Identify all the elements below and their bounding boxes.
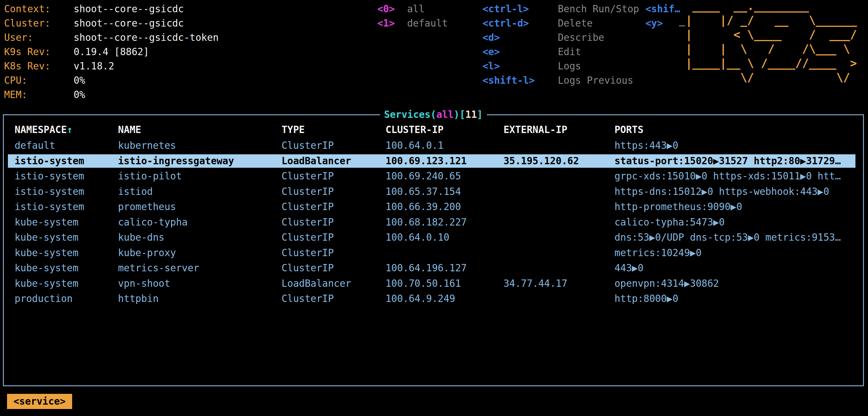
table-header: NAMESPACE↑ NAME TYPE CLUSTER-IP EXTERNAL… [4,123,863,137]
cell-type: ClusterIP [282,261,334,276]
cluster-info-value: 0% [73,89,85,100]
hotkey-key: <d> [483,30,558,45]
cell-name: istiod [118,184,153,200]
column-header-name: NAME [118,123,141,137]
cluster-info-label: K9s Rev: [4,45,73,59]
cell-ports: status-port:15020▶31527 http2:80▶31729… [615,153,860,169]
action-hotkey[interactable]: <ctrl-l>Bench Run/Stop [483,2,639,16]
cluster-info-value: v1.18.2 [73,60,114,72]
cluster-info-row: MEM:0% [4,88,219,102]
action-hotkey[interactable]: <shift-l>Logs Previous [483,73,639,88]
cell-ports: http-prometheus:9090▶0 [615,199,860,215]
service-row[interactable]: istio-system istiod ClusterIP 100.65.37.… [4,184,863,200]
hotkey-key: <0> [377,2,407,16]
cluster-info-value: 0.19.4 [8862] [73,46,149,58]
hotkey-key: <ctrl-d> [483,16,558,30]
column-header-type: TYPE [282,123,305,137]
hotkey-label: Bench Run/Stop [558,3,639,14]
hotkey-label: default [407,18,448,29]
cluster-info-label: CPU: [4,73,73,88]
cell-name: istio-ingressgateway [118,153,234,169]
cluster-info-row: K9s Rev:0.19.4 [8862] [4,45,219,59]
table-body: default kubernetes ClusterIP 100.64.0.1 … [4,138,863,307]
cell-namespace: istio-system [14,184,84,200]
table-title: Services(all)[11] [380,107,487,122]
action-hotkey[interactable]: <e>Edit [483,45,639,59]
cluster-info-row: CPU:0% [4,73,219,88]
cell-ports: https-dns:15012▶0 https-webhook:443▶0 [615,184,860,200]
hotkey-label: Logs Previous [558,75,633,86]
cell-cluster-ip: 100.65.37.154 [385,184,461,200]
cell-ports: calico-typha:5473▶0 [615,215,860,230]
service-row[interactable]: kube-system metrics-server ClusterIP 100… [4,261,863,276]
title-count: 11 [465,109,477,120]
cell-cluster-ip: 100.64.9.249 [385,291,455,307]
cluster-info-value: 0% [73,75,85,86]
k9s-logo: ____ __.________ | |/ _/ __ \______ | < … [685,0,857,84]
cluster-info-label: K8s Rev: [4,59,73,73]
hotkey-key: <ctrl-l> [483,2,558,16]
hotkey-label: Logs [558,60,581,72]
cell-external-ip: 34.77.44.17 [503,276,567,291]
service-row[interactable]: istio-system prometheus ClusterIP 100.66… [4,199,863,215]
cell-ports: grpc-xds:15010▶0 https-xds:15011▶0 htt… [615,169,860,184]
service-row[interactable]: production httpbin ClusterIP 100.64.9.24… [4,291,863,307]
cell-name: calico-typha [118,215,187,230]
column-header-namespace: NAMESPACE↑ [14,123,73,137]
cell-namespace: production [14,291,73,307]
cell-external-ip: 35.195.120.62 [503,153,579,169]
action-hotkey[interactable]: <l>Logs [483,59,639,73]
cell-ports: dns:53▶0/UDP dns-tcp:53▶0 metrics:9153… [615,230,860,245]
cell-namespace: kube-system [14,245,79,261]
breadcrumb-service[interactable]: <service> [7,394,72,409]
service-row[interactable]: default kubernetes ClusterIP 100.64.0.1 … [4,138,863,153]
cluster-info-row: Cluster:shoot--core--gsicdc [4,16,219,30]
cell-name: metrics-server [118,261,199,276]
service-row[interactable]: kube-system kube-dns ClusterIP 100.64.0.… [4,230,863,245]
service-row[interactable]: istio-system istio-pilot ClusterIP 100.6… [4,169,863,184]
cell-cluster-ip: 100.64.0.1 [385,138,444,153]
cell-namespace: kube-system [14,276,79,291]
action-hotkey[interactable]: <ctrl-d>Delete [483,16,639,30]
cell-namespace: istio-system [14,169,84,184]
cell-cluster-ip: 100.68.182.227 [385,215,467,230]
cell-type: ClusterIP [282,291,334,307]
services-table: Services(all)[11] NAMESPACE↑ NAME TYPE C… [3,114,864,386]
service-row[interactable]: kube-system calico-typha ClusterIP 100.6… [4,215,863,230]
cell-namespace: kube-system [14,230,79,245]
action-hotkeys: <ctrl-l>Bench Run/Stop <ctrl-d>Delete <d… [483,2,639,88]
cell-name: httpbin [118,291,159,307]
namespace-hotkey[interactable]: <1>default [377,16,448,30]
cell-ports: http:8000▶0 [615,291,860,307]
namespace-hotkey[interactable]: <0>all [377,2,448,16]
cell-type: ClusterIP [282,199,334,215]
service-row[interactable]: kube-system vpn-shoot LoadBalancer 100.7… [4,276,863,291]
hotkey-label: Describe [558,32,604,43]
service-row[interactable]: kube-system kube-proxy ClusterIP metrics… [4,245,863,261]
cluster-info-label: MEM: [4,88,73,102]
title-bracket-close: ] [477,109,483,120]
cluster-info-value: shoot--core--gsicdc [73,18,184,29]
hotkey-label: … [679,18,685,29]
cell-ports: openvpn:4314▶30862 [615,276,860,291]
action-hotkey[interactable]: <y>… [646,16,685,30]
cell-namespace: istio-system [14,199,84,215]
cell-name: kube-dns [118,230,164,245]
cell-cluster-ip: 100.70.50.161 [385,276,461,291]
hotkey-key: <l> [483,59,558,73]
more-hotkeys: <shif… <y>… [646,2,685,30]
cell-type: ClusterIP [282,215,334,230]
cell-cluster-ip: 100.69.240.65 [385,169,461,184]
service-row[interactable]: istio-system istio-ingressgateway LoadBa… [4,153,863,169]
cluster-info-row: User:shoot--core--gsicdc-token [4,30,219,45]
cluster-info-value: shoot--core--gsicdc-token [73,32,219,43]
cluster-info-row: Context:shoot--core--gsicdc [4,2,219,16]
cell-type: LoadBalancer [282,153,351,169]
action-hotkey[interactable]: <d>Describe [483,30,639,45]
cell-type: ClusterIP [282,184,334,200]
action-hotkey[interactable]: <shif… [646,2,685,16]
cell-cluster-ip: 100.66.39.200 [385,199,461,215]
cluster-info-label: User: [4,30,73,45]
column-header-ports: PORTS [615,123,860,137]
title-resource: Services( [384,109,436,120]
